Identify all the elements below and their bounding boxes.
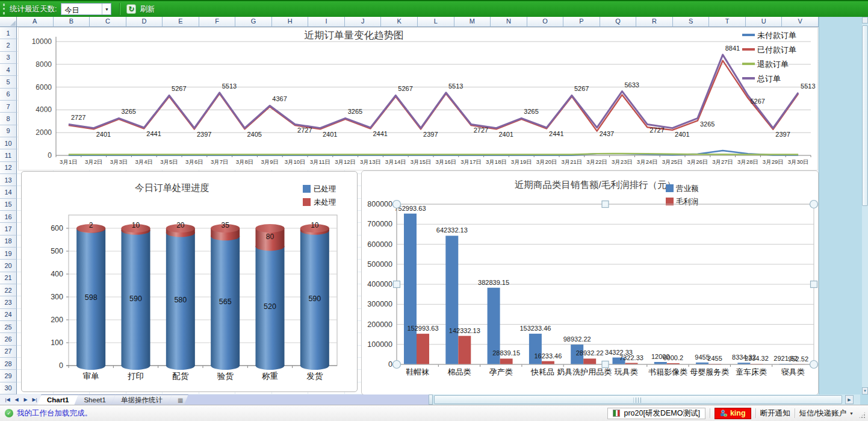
selection-handle[interactable] (810, 361, 818, 369)
resize-grip-icon[interactable] (858, 411, 866, 419)
svg-text:3月27日: 3月27日 (712, 158, 733, 165)
selection-handle[interactable] (602, 201, 609, 208)
selection-handle[interactable] (602, 361, 609, 368)
row-header-16[interactable]: 16 (0, 211, 17, 223)
column-header-D[interactable]: D (126, 17, 163, 27)
order-trend-line-chart[interactable]: 02000400060008000100003月1日3月2日3月3日3月4日3月… (18, 27, 818, 170)
column-header-S[interactable]: S (673, 17, 710, 27)
row-header-13[interactable]: 13 (0, 174, 17, 186)
row-header-19[interactable]: 19 (0, 248, 17, 260)
first-sheet-icon[interactable]: |◀ (4, 397, 11, 402)
column-header-K[interactable]: K (381, 17, 418, 27)
column-header-N[interactable]: N (491, 17, 527, 27)
row-header-8[interactable]: 8 (0, 113, 17, 125)
row-header-14[interactable]: 14 (0, 186, 17, 198)
selection-handle[interactable] (810, 201, 818, 208)
column-header-L[interactable]: L (418, 17, 454, 27)
selection-handle[interactable] (394, 281, 400, 288)
row-header-2[interactable]: 2 (0, 39, 17, 51)
row-header-10[interactable]: 10 (0, 137, 17, 149)
row-header-9[interactable]: 9 (0, 125, 17, 137)
selection-handle[interactable] (393, 201, 401, 208)
scroll-down-arrow-icon[interactable]: ▼ (862, 387, 868, 394)
data-label: 5267 (751, 98, 765, 105)
column-header-B[interactable]: B (54, 17, 90, 27)
row-header-5[interactable]: 5 (0, 76, 17, 88)
today-order-progress-chart[interactable]: 0100200300400500600审单2598打印10590配货20580验… (21, 171, 358, 392)
column-header-M[interactable]: M (454, 17, 491, 27)
column-header-U[interactable]: U (746, 17, 783, 27)
data-label: 598 (85, 293, 98, 302)
row-header-24[interactable]: 24 (0, 309, 17, 321)
column-header-V[interactable]: V (782, 17, 819, 27)
tab-sheet1[interactable]: Sheet1 (74, 394, 115, 405)
row-header-11[interactable]: 11 (0, 149, 17, 161)
category-label: 发货 (306, 372, 323, 381)
scroll-right-arrow-icon[interactable]: ▶ (845, 395, 854, 404)
select-all-cell[interactable] (0, 17, 17, 27)
row-header-27[interactable]: 27 (0, 346, 17, 358)
column-header-Q[interactable]: Q (600, 17, 637, 27)
column-header-J[interactable]: J (345, 17, 382, 27)
tab-chart1[interactable]: Chart1 (37, 394, 78, 405)
row-header-3[interactable]: 3 (0, 52, 17, 64)
row-header-20[interactable]: 20 (0, 260, 17, 272)
column-header-E[interactable]: E (163, 17, 199, 27)
row-header-17[interactable]: 17 (0, 223, 17, 235)
column-header-O[interactable]: O (527, 17, 564, 27)
category-sales-profit-chart[interactable]: 0100000200000300000400000500000600000700… (361, 170, 819, 395)
legend-label: 未付款订单 (757, 31, 796, 40)
row-header-7[interactable]: 7 (0, 101, 17, 113)
column-header-R[interactable]: R (636, 17, 673, 27)
row-header-18[interactable]: 18 (0, 235, 17, 248)
column-header-H[interactable]: H (272, 17, 309, 27)
column-header-G[interactable]: G (235, 17, 272, 27)
svg-text:800000: 800000 (367, 200, 392, 208)
data-label: 5267 (172, 85, 186, 92)
column-header-P[interactable]: P (563, 17, 600, 27)
sms-express-account-button[interactable]: 短信/快递账户 (799, 408, 846, 419)
column-header-T[interactable]: T (709, 17, 746, 27)
current-user-badge[interactable]: king (715, 408, 751, 419)
recent-days-select[interactable]: 今日 ▼ (61, 3, 111, 15)
horizontal-split-handle[interactable] (429, 394, 433, 405)
row-header-25[interactable]: 25 (0, 321, 17, 333)
vertical-scrollbar[interactable]: ▼ (862, 17, 868, 394)
row-header-23[interactable]: 23 (0, 296, 17, 308)
row-header-6[interactable]: 6 (0, 89, 17, 101)
legend-label: 已付款订单 (757, 45, 796, 54)
category-label: 棉品类 (447, 367, 471, 376)
column-header-A[interactable]: A (17, 17, 54, 27)
row-header-22[interactable]: 22 (0, 284, 17, 296)
row-header-1[interactable]: 1 (0, 27, 17, 39)
horizontal-scrollbar[interactable]: ▶ (429, 394, 862, 405)
row-header-28[interactable]: 28 (0, 358, 17, 370)
row-header-15[interactable]: 15 (0, 199, 17, 211)
disconnect-notify-button[interactable]: 断开通知 (760, 408, 790, 419)
row-header-4[interactable]: 4 (0, 64, 17, 76)
refresh-button[interactable]: ↻ 刷新 (126, 4, 155, 14)
toolbar-grip-icon[interactable] (3, 4, 5, 14)
horizontal-scrollbar-thumb[interactable] (434, 395, 842, 404)
tab-danju-caozuo-tongji[interactable]: 单据操作统计 (111, 394, 172, 405)
vertical-scrollbar-thumb[interactable] (862, 25, 868, 206)
chevron-down-icon[interactable]: ▼ (849, 411, 854, 416)
row-header-30[interactable]: 30 (0, 382, 17, 394)
svg-text:3月15日: 3月15日 (411, 158, 432, 165)
scrollbar-split-box[interactable] (862, 17, 868, 23)
row-header-12[interactable]: 12 (0, 162, 17, 174)
row-header-21[interactable]: 21 (0, 272, 17, 284)
column-header-F[interactable]: F (199, 17, 236, 27)
column-header-I[interactable]: I (308, 17, 345, 27)
next-sheet-icon[interactable]: ▶ (22, 397, 29, 402)
prev-sheet-icon[interactable]: ◀ (13, 397, 20, 402)
selection-handle[interactable] (811, 281, 817, 288)
last-sheet-icon[interactable]: ▶| (31, 397, 39, 402)
selection-handle[interactable] (393, 361, 401, 369)
row-header-29[interactable]: 29 (0, 370, 17, 382)
svg-text:200000: 200000 (367, 320, 392, 329)
chevron-down-icon[interactable]: ▼ (102, 4, 111, 14)
column-header-C[interactable]: C (90, 17, 126, 27)
row-header-26[interactable]: 26 (0, 333, 17, 345)
svg-text:3月13日: 3月13日 (360, 158, 381, 165)
